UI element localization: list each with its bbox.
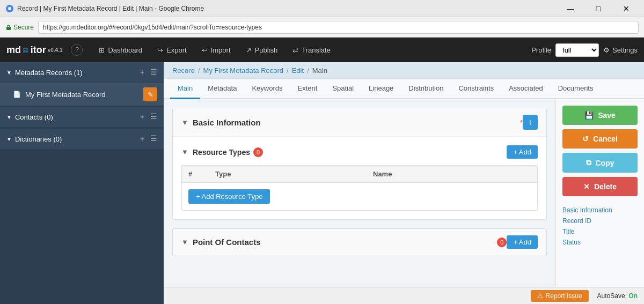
add-contact-button[interactable]: + Add: [507, 235, 538, 249]
nav-link-record-id[interactable]: Record ID: [562, 216, 638, 226]
undo-icon: ↺: [582, 135, 589, 143]
resource-types-table: # Type Name + Add Resource Type: [181, 165, 538, 211]
collapse-basic-icon[interactable]: ▼: [181, 118, 188, 127]
report-issue-button[interactable]: ⚠ Report Issue: [531, 290, 589, 302]
basic-info-header: ▼ Basic Information * i: [173, 108, 546, 137]
add-dict-icon[interactable]: ＋: [138, 134, 146, 144]
contacts-list-icon[interactable]: ☰: [150, 112, 157, 122]
edit-record-button[interactable]: ✎: [143, 87, 157, 101]
top-nav: md ≡ itor v0.4.1 ? ⊞ Dashboard ↪ Export …: [0, 38, 644, 62]
resource-types-header: ▼ Resource Types 0 + Add: [181, 145, 538, 159]
breadcrumb: Record / My First Metadata Record / Edit…: [164, 62, 644, 79]
main-content: ▼ Basic Information * i ▼ Resource Types…: [164, 99, 555, 287]
tab-spatial[interactable]: Spatial: [325, 79, 361, 99]
secure-badge: Secure: [5, 24, 34, 31]
window-controls: — □ ✕: [558, 0, 639, 17]
help-button[interactable]: ?: [71, 44, 83, 56]
logo-separator-icon: ≡: [23, 44, 29, 56]
right-nav-links: Basic Information Record ID Title Status: [562, 205, 638, 248]
lock-icon: [5, 24, 12, 31]
nav-link-status[interactable]: Status: [562, 237, 638, 248]
dictionaries-section[interactable]: ▼ Dictionaries (0) ＋ ☰: [0, 129, 164, 150]
contacts-actions: ＋ ☰: [138, 112, 157, 122]
save-button[interactable]: 💾 Save: [562, 106, 638, 125]
tab-lineage[interactable]: Lineage: [361, 79, 401, 99]
add-resource-type-button[interactable]: + Add: [507, 145, 538, 159]
collapse-resource-icon[interactable]: ▼: [181, 148, 188, 156]
profile-section: Profile full basic ⚙ Settings: [531, 43, 638, 57]
tab-keywords[interactable]: Keywords: [244, 79, 290, 99]
tab-constraints[interactable]: Constraints: [451, 79, 501, 99]
translate-button[interactable]: ⇄ Translate: [285, 38, 338, 62]
basic-info-card: ▼ Basic Information * i ▼ Resource Types…: [172, 108, 547, 220]
tab-bar: Main Metadata Keywords Extent Spatial Li…: [164, 79, 644, 99]
cancel-button[interactable]: ↺ Cancel: [562, 129, 638, 149]
dashboard-icon: ⊞: [99, 46, 105, 54]
list-icon[interactable]: ☰: [150, 68, 157, 77]
translate-icon: ⇄: [292, 46, 298, 54]
add-record-icon[interactable]: ＋: [138, 68, 146, 77]
chrome-icon: [5, 4, 14, 13]
browser-bar: Secure: [0, 17, 644, 38]
publish-button[interactable]: ↗ Publish: [238, 38, 286, 62]
svg-rect-2: [6, 27, 11, 30]
maximize-button[interactable]: □: [586, 0, 611, 17]
delete-icon: ✕: [583, 182, 590, 191]
metadata-records-section[interactable]: ▼ Metadata Records (1) ＋ ☰: [0, 62, 164, 83]
tab-metadata[interactable]: Metadata: [200, 79, 244, 99]
app-container: md ≡ itor v0.4.1 ? ⊞ Dashboard ↪ Export …: [0, 38, 644, 304]
copy-button[interactable]: ⧉ Copy: [562, 153, 638, 173]
chevron-dict-icon: ▼: [6, 136, 12, 142]
warning-icon: ⚠: [537, 292, 543, 300]
point-of-contacts-header: ▼ Point Of Contacts 0 + Add: [173, 229, 546, 256]
add-resource-inline-button[interactable]: + Add Resource Type: [188, 189, 270, 204]
bottom-bar: ⚠ Report Issue AutoSave: On: [164, 287, 644, 304]
basic-info-body: ▼ Resource Types 0 + Add # Type Name: [173, 137, 546, 219]
content-area: Record / My First Metadata Record / Edit…: [164, 62, 644, 304]
save-icon: 💾: [584, 111, 594, 120]
basic-info-button[interactable]: i: [523, 115, 538, 130]
tab-main[interactable]: Main: [170, 79, 200, 99]
sidebar: ▼ Metadata Records (1) ＋ ☰ 📄 My First Me…: [0, 62, 164, 304]
import-icon: ↩: [202, 46, 208, 54]
minimize-button[interactable]: —: [558, 0, 583, 17]
import-button[interactable]: ↩ Import: [194, 38, 238, 62]
col-type: Type: [215, 170, 373, 178]
tab-associated[interactable]: Associated: [501, 79, 551, 99]
copy-icon: ⧉: [586, 158, 591, 167]
tab-extent[interactable]: Extent: [290, 79, 325, 99]
content-scroll-area: ▼ Basic Information * i ▼ Resource Types…: [164, 99, 644, 287]
table-header-row: # Type Name: [182, 166, 537, 183]
breadcrumb-edit[interactable]: Edit: [292, 66, 304, 75]
close-button[interactable]: ✕: [614, 0, 639, 17]
main-area: ▼ Metadata Records (1) ＋ ☰ 📄 My First Me…: [0, 62, 644, 304]
tab-documents[interactable]: Documents: [551, 79, 601, 99]
delete-button[interactable]: ✕ Delete: [562, 177, 638, 196]
sidebar-item-record[interactable]: 📄 My First Metadata Record ✎: [0, 83, 164, 106]
nav-link-title[interactable]: Title: [562, 226, 638, 237]
svg-point-1: [8, 7, 11, 10]
breadcrumb-record-name[interactable]: My First Metadata Record: [203, 66, 284, 75]
contacts-section[interactable]: ▼ Contacts (0) ＋ ☰: [0, 107, 164, 128]
dashboard-button[interactable]: ⊞ Dashboard: [91, 38, 150, 62]
url-input[interactable]: [38, 21, 639, 34]
dict-list-icon[interactable]: ☰: [150, 134, 157, 144]
collapse-contacts-icon[interactable]: ▼: [181, 238, 188, 246]
dict-actions: ＋ ☰: [138, 134, 157, 144]
settings-button[interactable]: ⚙ Settings: [603, 46, 638, 54]
tab-distribution[interactable]: Distribution: [401, 79, 451, 99]
profile-select[interactable]: full basic: [555, 43, 599, 57]
window-title: Record | My First Metadata Record | Edit…: [17, 5, 558, 12]
export-button[interactable]: ↪ Export: [150, 38, 194, 62]
autosave-status: AutoSave: On: [597, 292, 638, 300]
col-name: Name: [373, 170, 531, 178]
breadcrumb-main: Main: [312, 66, 327, 75]
point-of-contacts-card: ▼ Point Of Contacts 0 + Add: [172, 228, 547, 256]
breadcrumb-record[interactable]: Record: [172, 66, 195, 75]
export-icon: ↪: [157, 46, 163, 54]
nav-link-basic-info[interactable]: Basic Information: [562, 205, 638, 216]
publish-icon: ↗: [246, 46, 252, 54]
section-actions: ＋ ☰: [138, 68, 157, 77]
add-contact-icon[interactable]: ＋: [138, 112, 146, 122]
settings-icon: ⚙: [603, 46, 610, 54]
